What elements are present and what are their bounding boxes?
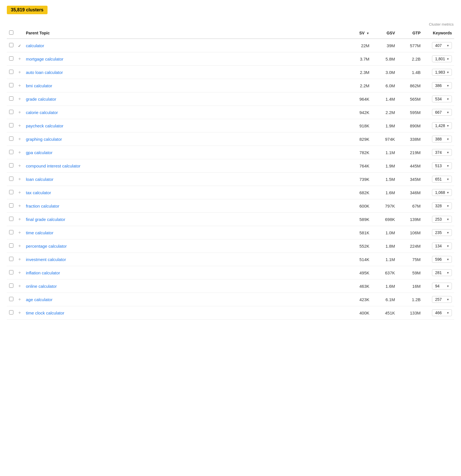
topic-link[interactable]: online calculator	[26, 284, 57, 289]
keywords-dropdown-button[interactable]: 1,428▼	[432, 122, 452, 129]
row-checkbox[interactable]	[9, 283, 13, 288]
header-icon-col	[16, 28, 24, 39]
plus-icon[interactable]: +	[18, 83, 21, 88]
plus-icon[interactable]: +	[18, 256, 21, 262]
keywords-dropdown-button[interactable]: 1,068▼	[432, 189, 452, 196]
topic-link[interactable]: auto loan calculator	[26, 70, 63, 75]
plus-icon[interactable]: +	[18, 243, 21, 249]
topic-link[interactable]: investment calculator	[26, 257, 66, 262]
row-topic-cell: loan calculator	[24, 173, 346, 186]
row-checkbox[interactable]	[9, 270, 13, 274]
topic-link[interactable]: calorie calculator	[26, 110, 58, 115]
plus-icon[interactable]: +	[18, 69, 21, 75]
row-checkbox[interactable]	[9, 243, 13, 248]
keywords-dropdown-button[interactable]: 651▼	[432, 176, 452, 183]
plus-icon[interactable]: +	[18, 150, 21, 155]
plus-icon[interactable]: +	[18, 297, 21, 302]
plus-icon[interactable]: +	[18, 136, 21, 142]
topic-link[interactable]: paycheck calculator	[26, 123, 63, 128]
row-checkbox-cell	[7, 213, 16, 226]
plus-icon[interactable]: +	[18, 96, 21, 102]
keywords-dropdown-button[interactable]: 281▼	[432, 269, 452, 276]
keywords-dropdown-button[interactable]: 94▼	[432, 283, 452, 289]
keywords-dropdown-arrow-icon: ▼	[446, 218, 449, 221]
topic-link[interactable]: time calculator	[26, 230, 53, 235]
topic-link[interactable]: tax calculator	[26, 190, 51, 195]
plus-icon[interactable]: +	[18, 163, 21, 168]
row-checkbox[interactable]	[9, 123, 13, 127]
topic-link[interactable]: age calculator	[26, 297, 52, 302]
keywords-dropdown-button[interactable]: 253▼	[432, 216, 452, 223]
row-topic-cell: gpa calculator	[24, 146, 346, 159]
row-checkbox[interactable]	[9, 83, 13, 87]
keywords-dropdown-button[interactable]: 134▼	[432, 243, 452, 249]
row-checkbox[interactable]	[9, 177, 13, 181]
topic-link[interactable]: bmi calculator	[26, 83, 52, 88]
select-all-checkbox[interactable]	[9, 30, 13, 35]
topic-link[interactable]: inflation calculator	[26, 270, 60, 275]
topic-link[interactable]: graphing calculator	[26, 137, 62, 142]
row-checkbox[interactable]	[9, 163, 13, 167]
row-checkbox-cell	[7, 146, 16, 159]
topic-link[interactable]: fraction calculator	[26, 204, 59, 208]
topic-link[interactable]: gpa calculator	[26, 150, 52, 155]
keywords-dropdown-button[interactable]: 386▼	[432, 82, 452, 89]
row-checkbox[interactable]	[9, 70, 13, 74]
topic-link[interactable]: time clock calculator	[26, 311, 64, 315]
topic-link[interactable]: final grade calculator	[26, 217, 65, 222]
plus-icon[interactable]: +	[18, 230, 21, 235]
keywords-dropdown-button[interactable]: 1,801▼	[432, 55, 452, 62]
plus-icon[interactable]: +	[18, 109, 21, 115]
row-checkbox[interactable]	[9, 43, 13, 47]
row-topic-cell: percentage calculator	[24, 239, 346, 253]
plus-icon[interactable]: +	[18, 123, 21, 128]
row-icon-cell: +	[16, 92, 24, 106]
row-checkbox[interactable]	[9, 136, 13, 141]
row-checkbox[interactable]	[9, 96, 13, 101]
plus-icon[interactable]: +	[18, 190, 21, 195]
keywords-dropdown-arrow-icon: ▼	[446, 71, 449, 74]
keywords-count: 466	[435, 311, 442, 315]
keywords-dropdown-button[interactable]: 1,983▼	[432, 69, 452, 76]
keywords-dropdown-button[interactable]: 667▼	[432, 109, 452, 116]
keywords-dropdown-button[interactable]: 596▼	[432, 256, 452, 263]
row-checkbox[interactable]	[9, 230, 13, 234]
keywords-dropdown-button[interactable]: 534▼	[432, 96, 452, 102]
keywords-dropdown-button[interactable]: 407▼	[432, 42, 452, 49]
row-checkbox[interactable]	[9, 56, 13, 61]
plus-icon[interactable]: +	[18, 203, 21, 208]
row-checkbox-cell	[7, 173, 16, 186]
row-checkbox[interactable]	[9, 203, 13, 208]
keywords-dropdown-button[interactable]: 328▼	[432, 202, 452, 209]
keywords-dropdown-button[interactable]: 513▼	[432, 162, 452, 169]
plus-icon[interactable]: +	[18, 216, 21, 222]
row-checkbox[interactable]	[9, 257, 13, 261]
keywords-count: 534	[435, 97, 442, 101]
keywords-dropdown-button[interactable]: 466▼	[432, 309, 452, 316]
row-checkbox[interactable]	[9, 150, 13, 154]
topic-link[interactable]: calculator	[26, 43, 44, 48]
row-checkbox[interactable]	[9, 190, 13, 194]
row-checkbox[interactable]	[9, 310, 13, 314]
topic-link[interactable]: loan calculator	[26, 177, 53, 182]
plus-icon[interactable]: +	[18, 270, 21, 275]
row-checkbox[interactable]	[9, 217, 13, 221]
keywords-dropdown-button[interactable]: 374▼	[432, 149, 452, 156]
topic-link[interactable]: grade calculator	[26, 97, 56, 102]
row-keywords-cell: 328▼	[423, 199, 454, 213]
row-sv: 581K	[346, 226, 372, 239]
keywords-dropdown-button[interactable]: 257▼	[432, 296, 452, 303]
plus-icon[interactable]: +	[18, 56, 21, 61]
topic-link[interactable]: percentage calculator	[26, 244, 67, 249]
header-sv[interactable]: SV ▼	[346, 28, 372, 39]
plus-icon[interactable]: +	[18, 176, 21, 182]
keywords-dropdown-button[interactable]: 235▼	[432, 229, 452, 236]
keywords-count: 667	[435, 110, 442, 115]
topic-link[interactable]: compound interest calculator	[26, 164, 81, 168]
row-checkbox[interactable]	[9, 110, 13, 114]
plus-icon[interactable]: +	[18, 310, 21, 315]
topic-link[interactable]: mortgage calculator	[26, 57, 63, 61]
row-checkbox[interactable]	[9, 297, 13, 301]
keywords-dropdown-button[interactable]: 388▼	[432, 136, 452, 142]
plus-icon[interactable]: +	[18, 283, 21, 289]
